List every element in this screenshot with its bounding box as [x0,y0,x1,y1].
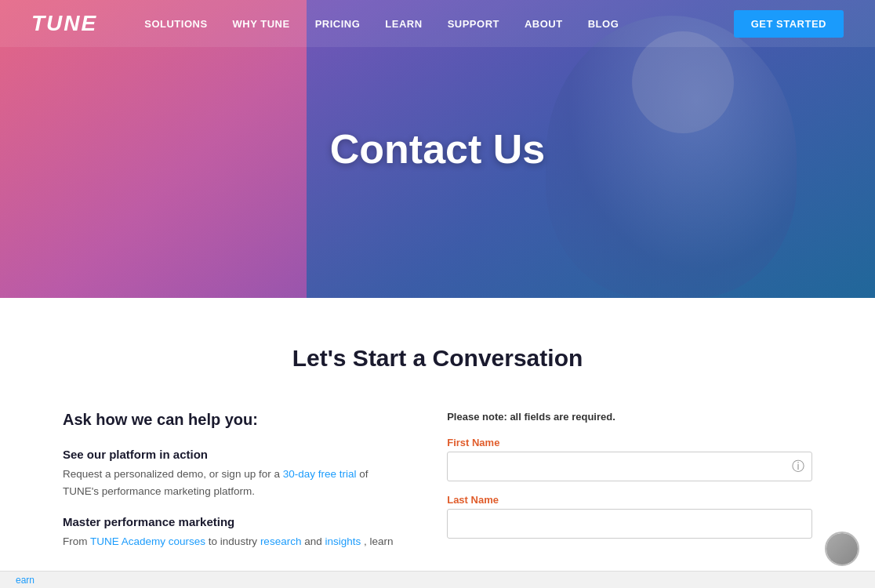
nav-links: SOLUTIONS WHY TUNE PRICING LEARN SUPPORT… [144,18,734,30]
right-column-form: Please note: all fields are required. Fi… [447,411,812,566]
get-started-button[interactable]: GET STARTED [734,10,844,38]
last-name-label: Last Name [447,494,812,506]
last-name-field-group: Last Name [447,494,812,539]
two-column-layout: Ask how we can help you: See our platfor… [63,411,812,566]
last-name-input-wrapper [447,509,812,539]
nav-why-tune[interactable]: WHY TUNE [233,18,290,30]
feature-platform-text1: Request a personalized demo, or sign up … [63,468,283,480]
last-name-input[interactable] [447,509,812,539]
feature-marketing: Master performance marketing From TUNE A… [63,515,400,550]
nav-pricing[interactable]: PRICING [315,18,361,30]
left-column: Ask how we can help you: See our platfor… [63,411,400,566]
nav-solutions[interactable]: SOLUTIONS [144,18,207,30]
feature-marketing-text4: , learn [364,535,394,547]
navbar: TUNE SOLUTIONS WHY TUNE PRICING LEARN SU… [0,0,875,47]
main-content: Let's Start a Conversation Ask how we ca… [0,298,875,588]
feature-platform-title: See our platform in action [63,448,400,461]
feature-marketing-text2: to industry [209,535,260,547]
feature-marketing-title: Master performance marketing [63,515,400,528]
insights-link[interactable]: insights [325,535,361,547]
first-name-input-wrapper: ⓘ [447,452,812,481]
feature-platform-desc: Request a personalized demo, or sign up … [63,466,400,499]
nav-support[interactable]: SUPPORT [448,18,499,30]
ask-heading: Ask how we can help you: [63,411,400,429]
chat-widget[interactable] [825,532,859,566]
first-name-label: First Name [447,437,812,448]
first-name-input[interactable] [447,452,812,481]
feature-marketing-text3: and [304,535,325,547]
free-trial-link[interactable]: 30-day free trial [283,468,357,480]
chat-avatar [826,533,858,564]
footer-bar: earn [0,571,875,588]
section-title: Let's Start a Conversation [63,345,812,372]
first-name-field-group: First Name ⓘ [447,437,812,481]
feature-marketing-desc: From TUNE Academy courses to industry re… [63,533,400,550]
research-link[interactable]: research [260,535,302,547]
nav-about[interactable]: ABOUT [525,18,563,30]
input-info-icon: ⓘ [792,459,804,475]
feature-platform: See our platform in action Request a per… [63,448,400,499]
logo[interactable]: TUNE [31,11,97,36]
learn-footer-link[interactable]: earn [16,575,34,586]
hero-title: Contact Us [330,125,545,172]
nav-learn[interactable]: LEARN [385,18,422,30]
nav-blog[interactable]: BLOG [588,18,619,30]
tune-academy-link[interactable]: TUNE Academy courses [90,535,205,547]
feature-marketing-text1: From [63,535,90,547]
hero-content: Contact Us [330,125,545,172]
form-note: Please note: all fields are required. [447,411,812,423]
